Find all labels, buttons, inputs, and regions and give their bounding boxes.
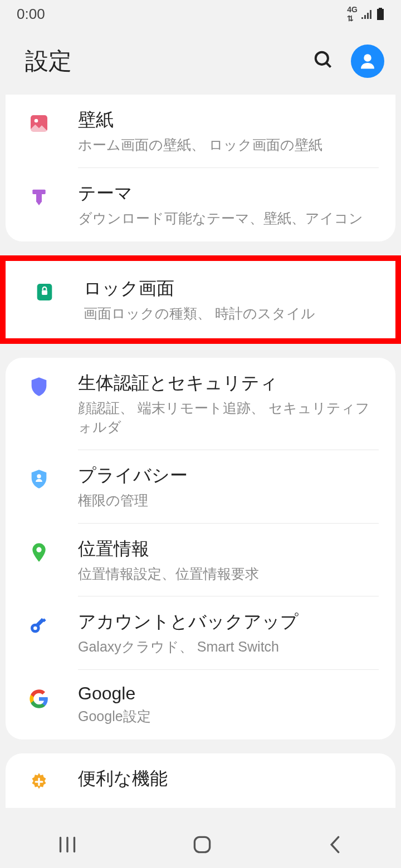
profile-button[interactable] [351, 45, 384, 78]
settings-item-biometrics[interactable]: 生体認証とセキュリティ 顔認証、 端末リモート追跡、 セキュリティフォルダ [6, 358, 395, 450]
home-icon [193, 835, 212, 854]
shield-icon [28, 376, 50, 398]
item-subtitle: 位置情報設定、位置情報要求 [78, 565, 379, 584]
settings-item-location[interactable]: 位置情報 位置情報設定、位置情報要求 [6, 524, 395, 597]
search-button[interactable] [313, 50, 334, 73]
item-subtitle: 権限の管理 [78, 491, 379, 510]
page-title: 設定 [25, 46, 72, 77]
svg-rect-17 [194, 837, 209, 852]
gear-plus-icon [28, 771, 50, 793]
settings-item-accounts[interactable]: アカウントとバックアップ Galaxyクラウド、 Smart Switch [6, 596, 395, 670]
item-title: ロック画面 [84, 277, 373, 301]
settings-group: 便利な機能 [6, 753, 395, 808]
item-title: Google [78, 683, 379, 704]
settings-item-themes[interactable]: テーマ ダウンロード可能なテーマ、壁紙、アイコン [6, 168, 395, 241]
themes-icon [28, 186, 50, 208]
status-time: 0:00 [17, 6, 45, 23]
svg-point-8 [37, 474, 41, 478]
item-title: 壁紙 [78, 108, 379, 132]
back-button[interactable] [327, 835, 343, 856]
settings-item-google[interactable]: Google Google設定 [6, 670, 395, 739]
settings-item-lockscreen[interactable]: ロック画面 画面ロックの種類、 時計のスタイル [6, 261, 395, 339]
home-button[interactable] [193, 835, 212, 856]
item-subtitle: ホーム画面の壁紙、 ロック画面の壁紙 [78, 136, 379, 155]
item-title: テーマ [78, 181, 379, 206]
privacy-icon [28, 468, 50, 490]
header: 設定 [0, 28, 401, 95]
network-icon: 4G⇅ [347, 5, 358, 23]
settings-item-wallpaper[interactable]: 壁紙 ホーム画面の壁紙、 ロック画面の壁紙 [6, 95, 395, 168]
settings-item-privacy[interactable]: プライバシー 権限の管理 [6, 450, 395, 524]
google-icon [28, 688, 50, 710]
settings-item-advanced[interactable]: 便利な機能 [6, 753, 395, 808]
search-icon [313, 50, 334, 71]
svg-point-0 [316, 52, 328, 65]
status-bar: 0:00 4G⇅ [0, 0, 401, 28]
recents-button[interactable] [58, 836, 77, 855]
item-title: 生体認証とセキュリティ [78, 371, 379, 396]
lock-icon [33, 281, 56, 303]
item-subtitle: ダウンロード可能なテーマ、壁紙、アイコン [78, 209, 379, 228]
settings-group: 壁紙 ホーム画面の壁紙、 ロック画面の壁紙 テーマ ダウンロード可能なテーマ、壁… [6, 95, 395, 241]
pin-icon [28, 541, 50, 564]
item-subtitle: Google設定 [78, 707, 379, 726]
item-subtitle: 顔認証、 端末リモート追跡、 セキュリティフォルダ [78, 399, 379, 437]
key-icon [28, 614, 50, 637]
item-subtitle: 画面ロックの種類、 時計のスタイル [84, 304, 373, 323]
item-title: アカウントとバックアップ [78, 610, 379, 634]
recents-icon [58, 836, 77, 853]
svg-point-11 [33, 627, 37, 630]
svg-point-2 [364, 54, 371, 62]
svg-rect-7 [42, 290, 47, 294]
item-title: 便利な機能 [78, 767, 379, 791]
item-subtitle: Galaxyクラウド、 Smart Switch [78, 638, 379, 657]
svg-point-9 [36, 547, 41, 552]
wallpaper-icon [28, 112, 50, 135]
signal-icon [361, 9, 373, 19]
person-icon [358, 51, 378, 71]
back-icon [327, 835, 343, 854]
item-title: プライバシー [78, 463, 379, 488]
battery-icon [376, 8, 384, 20]
svg-point-4 [35, 119, 38, 123]
navigation-bar [0, 823, 401, 868]
item-title: 位置情報 [78, 537, 379, 561]
settings-group: 生体認証とセキュリティ 顔認証、 端末リモート追跡、 セキュリティフォルダ プラ… [6, 358, 395, 739]
settings-list: 壁紙 ホーム画面の壁紙、 ロック画面の壁紙 テーマ ダウンロード可能なテーマ、壁… [0, 95, 401, 808]
svg-rect-5 [32, 189, 45, 194]
status-indicators: 4G⇅ [347, 5, 384, 23]
highlighted-group: ロック画面 画面ロックの種類、 時計のスタイル [0, 255, 401, 344]
svg-line-1 [326, 63, 331, 67]
